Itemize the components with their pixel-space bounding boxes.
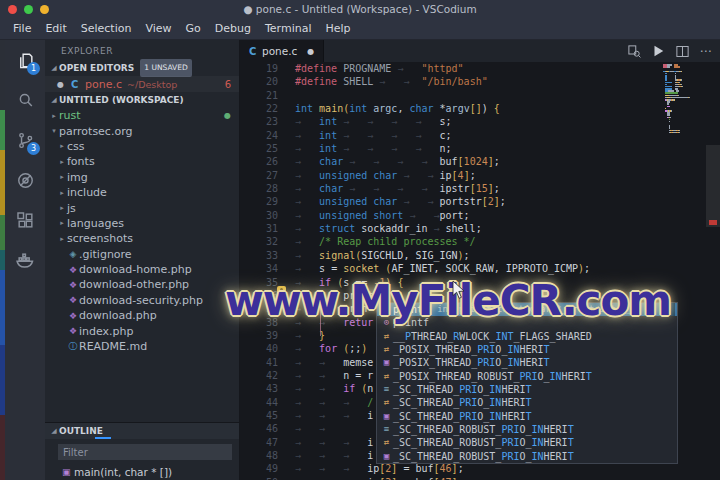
menu-item-go[interactable]: Go	[179, 22, 208, 35]
line-number: 35	[240, 276, 278, 289]
line-number: 50	[240, 476, 278, 480]
code-line-49[interactable]: 49→ → → ip[2] = buf[46];	[240, 462, 720, 475]
tab-bar: C pone.c ● ⋯	[240, 40, 720, 62]
menu-bar: FileEditSelectionViewGoDebugTerminalHelp	[0, 18, 720, 40]
tree-item-languages[interactable]: ▸languages	[45, 216, 239, 231]
line-number: 23	[240, 115, 278, 128]
suggest-item-_sc_thread_prio_inherit[interactable]: ⇄_SC_THREAD_PRIO_INHERIT	[377, 396, 677, 409]
snippet-icon: ⇄	[380, 370, 393, 383]
code-line-36[interactable]: 36→ → print	[240, 289, 720, 302]
code-line-21[interactable]: 21	[240, 89, 720, 102]
code-line-35[interactable]: 35→ if (s == -1) {	[240, 276, 720, 289]
suggest-item-_posix_thread_prio_inherit[interactable]: ▣_POSIX_THREAD_PRIO_INHERIT	[377, 356, 677, 369]
suggest-item-_sc_thread_robust_prio_inherit[interactable]: ▣_SC_THREAD_ROBUST_PRIO_INHERIT	[377, 450, 677, 463]
code-line-23[interactable]: 23→ int → → → → s;	[240, 115, 720, 128]
menu-item-terminal[interactable]: Terminal	[258, 22, 319, 35]
dirty-dot-icon: ●	[57, 80, 71, 89]
split-editor-icon[interactable]	[672, 41, 692, 61]
code-editor[interactable]: 19#define PROGNAME → "httpd"20#define SH…	[240, 62, 720, 480]
docker-icon[interactable]	[5, 240, 45, 280]
tree-item-fonts[interactable]: ▸fonts	[45, 154, 239, 169]
menu-item-edit[interactable]: Edit	[38, 22, 73, 35]
code-line-22[interactable]: 22int main(int argc, char *argv[]) {	[240, 102, 720, 115]
tree-item-download-php[interactable]: ❖download.php	[45, 308, 239, 323]
extensions-icon[interactable]	[5, 200, 45, 240]
code-line-34[interactable]: 34→ s = socket (AF_INET, SOCK_RAW, IPPRO…	[240, 262, 720, 275]
tree-item-index-php[interactable]: ❖index.php	[45, 323, 239, 338]
tree-item--gitignore[interactable]: ◈.gitignore	[45, 247, 239, 262]
open-editor-filepath: ~/Desktop	[127, 79, 177, 90]
code-line-28[interactable]: 28→ char → → → → ipstr[15];	[240, 182, 720, 195]
search-file-icon[interactable]	[624, 41, 644, 61]
code-line-33[interactable]: 33→ signal(SIGCHLD, SIG_IGN);	[240, 249, 720, 262]
line-number: 44	[240, 396, 278, 409]
workspace-header[interactable]: ◢ UNTITLED (WORKSPACE)	[45, 92, 239, 108]
tree-item-download-other-php[interactable]: ❖download-other.php	[45, 277, 239, 292]
code-line-30[interactable]: 30→ unsigned short → →port;	[240, 209, 720, 222]
code-line-25[interactable]: 25→ int → → → → n;	[240, 142, 720, 155]
menu-item-view[interactable]: View	[138, 22, 178, 35]
suggest-item-_posix_thread_prio_inherit[interactable]: ⇄_POSIX_THREAD_PRIO_INHERIT	[377, 343, 677, 356]
open-editors-header[interactable]: ◢ OPEN EDITORS 1 UNSAVED	[45, 60, 239, 76]
chevron-down-icon: ▾	[49, 127, 59, 135]
more-actions-icon[interactable]: ⋯	[696, 41, 716, 61]
code-line-24[interactable]: 24→ int → → → → c;	[240, 129, 720, 142]
php-icon: ❖	[67, 311, 79, 321]
open-editor-pone-c[interactable]: ● C pone.c ~/Desktop 6	[45, 76, 239, 92]
line-number: 46	[240, 422, 278, 435]
menu-item-help[interactable]: Help	[319, 22, 358, 35]
suggest-item-_posix_thread_robust_prio_inhe[interactable]: ⇄_POSIX_THREAD_ROBUST_PRIO_INHERIT	[377, 370, 677, 383]
tree-item-download-security-php[interactable]: ❖download-security.php	[45, 293, 239, 308]
line-number: 26	[240, 155, 278, 168]
tree-item-img[interactable]: ▸img	[45, 170, 239, 185]
twisty-down-icon: ◢	[49, 92, 59, 108]
code-line-29[interactable]: 29→ unsigned char → → portstr[2];	[240, 195, 720, 208]
code-line-27[interactable]: 27→ unsigned char → → ip[4];	[240, 169, 720, 182]
tab-dirty-dot-icon[interactable]: ●	[307, 47, 314, 56]
suggest-item-_sc_thread_robust_prio_inherit[interactable]: ≡_SC_THREAD_ROBUST_PRIO_INHERIT	[377, 423, 677, 436]
menu-item-debug[interactable]: Debug	[208, 22, 258, 35]
tree-item-rust[interactable]: ▸rust●	[45, 108, 239, 123]
php-icon: ❖	[67, 265, 79, 275]
minimap[interactable]	[663, 64, 689, 134]
lightbulb-icon[interactable]	[277, 286, 286, 295]
source-control-badge: 3	[27, 142, 40, 155]
code-line-19[interactable]: 19#define PROGNAME → "httpd"	[240, 62, 720, 75]
suggest-item-printf[interactable]: ⊙printfint printf(const char *__restrict…	[377, 303, 677, 316]
suggest-item-_sc_thread_robust_prio_inherit[interactable]: ⇄_SC_THREAD_ROBUST_PRIO_INHERIT	[377, 436, 677, 449]
tree-item-download-home-php[interactable]: ❖download-home.php	[45, 262, 239, 277]
line-number: 30	[240, 209, 278, 222]
menu-item-file[interactable]: File	[6, 22, 38, 35]
tree-item-include[interactable]: ▸include	[45, 185, 239, 200]
search-icon[interactable]	[5, 80, 45, 120]
suggest-item-__pthread_rwlock_int_flags_sha[interactable]: ⇄__PTHREAD_RWLOCK_INT_FLAGS_SHARED	[377, 330, 677, 343]
php-icon: ❖	[67, 295, 79, 305]
code-line-26[interactable]: 26→ char → → → → buf[1024];	[240, 155, 720, 168]
debug-disabled-icon[interactable]	[5, 160, 45, 200]
suggest-scrollbar-thumb[interactable]	[664, 303, 675, 316]
tree-item-css[interactable]: ▸css	[45, 139, 239, 154]
code-line-50[interactable]: 50→ → → ip[3] = buf[47];	[240, 476, 720, 480]
run-code-icon[interactable]	[648, 41, 668, 61]
twisty-down-icon: ◢	[49, 423, 59, 439]
tree-item-screenshots[interactable]: ▸screenshots	[45, 231, 239, 246]
code-line-32[interactable]: 32→ /* Reap child processes */	[240, 235, 720, 248]
outline-header[interactable]: ◢ OUTLINE	[45, 423, 239, 439]
scrollbar-thumb[interactable]	[706, 145, 720, 227]
tab-pone-c[interactable]: C pone.c ●	[240, 40, 324, 62]
explorer-icon[interactable]: 1	[5, 40, 45, 80]
code-line-20[interactable]: 20#define SHELL → → "/bin/bash"	[240, 75, 720, 88]
outline-symbol-main[interactable]: ▣ main(int, char * [])	[45, 464, 239, 480]
menu-item-selection[interactable]: Selection	[74, 22, 139, 35]
outline-filter-input[interactable]	[58, 444, 232, 460]
source-control-icon[interactable]: 3	[5, 120, 45, 160]
tree-item-js[interactable]: ▸js	[45, 200, 239, 215]
method-icon: ⊙	[380, 316, 393, 329]
suggest-item-printf[interactable]: ⊙printf	[377, 316, 677, 329]
code-line-31[interactable]: 31→ struct sockaddr_in → shell;	[240, 222, 720, 235]
suggest-item-_sc_thread_prio_inherit[interactable]: ≡_SC_THREAD_PRIO_INHERIT	[377, 383, 677, 396]
suggest-item-_sc_thread_prio_inherit[interactable]: ▣_SC_THREAD_PRIO_INHERIT	[377, 410, 677, 423]
line-number: 28	[240, 182, 278, 195]
tree-item-parrotsec-org[interactable]: ▾parrotsec.org	[45, 123, 239, 138]
tree-item-readme-md[interactable]: ⓘREADME.md	[45, 339, 239, 354]
